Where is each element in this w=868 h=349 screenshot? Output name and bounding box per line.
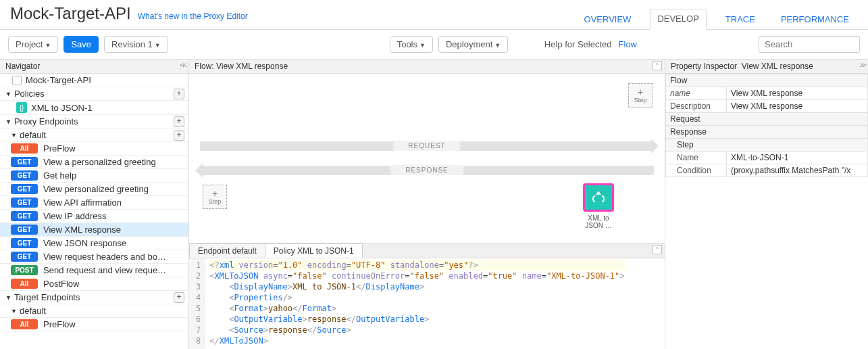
caret-down-icon: ▼	[45, 42, 51, 49]
add-step-response-button[interactable]: + Step	[203, 185, 227, 209]
code-body[interactable]: <?xml version="1.0" encoding="UTF-8" sta…	[205, 258, 628, 349]
project-label: Project	[16, 39, 43, 49]
policy-tile-caption: XML to JSON …	[580, 214, 617, 229]
inspector-title: Property Inspector View XML response >>	[665, 60, 868, 74]
add-step-request-button[interactable]: + Step	[628, 83, 653, 108]
chevron-down-icon: ▼	[5, 118, 11, 125]
flow-title-bar: Flow: View XML response ⌃	[189, 60, 665, 74]
method-badge: GET	[11, 184, 38, 194]
help-label: Help for Selected	[544, 39, 612, 49]
chevron-down-icon: ▼	[5, 294, 11, 301]
nav-flow-label: Get help	[43, 170, 76, 181]
response-policy-step[interactable]: XML to JSON …	[580, 183, 617, 229]
nav-target-ep-label: Target Endpoints	[14, 292, 80, 302]
method-badge: GET	[11, 211, 38, 221]
nav-proxy-ep-section[interactable]: ▼ Proxy Endpoints +	[0, 115, 188, 129]
method-badge: All	[11, 279, 38, 289]
code-tab-endpoint[interactable]: Endpoint default	[189, 243, 265, 258]
nav-flow-label: View XML response	[43, 225, 121, 235]
nav-flow-label: View API affirmation	[43, 197, 122, 208]
nav-target-default[interactable]: ▼ default	[0, 304, 188, 318]
method-badge: All	[11, 319, 38, 329]
nav-target-ep-section[interactable]: ▼ Target Endpoints +	[0, 291, 188, 304]
response-lane: RESPONSE	[200, 166, 654, 175]
deployment-menu[interactable]: Deployment▼	[438, 36, 508, 53]
tools-menu[interactable]: Tools▼	[390, 36, 433, 53]
nav-policy-item[interactable]: {} XML to JSON-1	[0, 101, 188, 115]
code-editor[interactable]: 12345678 <?xml version="1.0" encoding="U…	[189, 258, 665, 349]
insp-flow-header: Flow	[666, 74, 868, 87]
nav-flow-label: View IP address	[43, 211, 106, 221]
nav-flow-item[interactable]: GETView API affirmation	[0, 196, 188, 210]
navigator-collapse-icon[interactable]: <<	[180, 61, 186, 69]
nav-flow-item[interactable]: GETGet help	[0, 169, 188, 183]
flow-expand-icon[interactable]: ⌃	[653, 61, 662, 70]
whats-new-link[interactable]: What's new in the Proxy Editor	[138, 11, 248, 21]
nav-api-root[interactable]: Mock-Target-API	[0, 74, 188, 87]
nav-api-label: Mock-Target-API	[26, 75, 91, 85]
nav-flow-item[interactable]: GETView personalized greeting	[0, 183, 188, 196]
search-input[interactable]	[759, 36, 860, 53]
nav-flow-item[interactable]: GETView a personalized greeting	[0, 156, 188, 169]
method-badge: All	[11, 143, 38, 154]
step-label: Step	[634, 97, 647, 103]
method-badge: GET	[11, 197, 38, 208]
tab-develop[interactable]: DEVELOP	[650, 9, 706, 30]
nav-flow-item[interactable]: GETView JSON response	[0, 237, 188, 250]
nav-policies-section[interactable]: ▼ Policies +	[0, 87, 188, 101]
add-flow-button[interactable]: +	[174, 130, 184, 141]
nav-proxy-ep-label: Proxy Endpoints	[14, 116, 78, 126]
nav-flow-label: View JSON response	[43, 238, 126, 248]
save-button[interactable]: Save	[63, 36, 99, 53]
project-menu[interactable]: Project▼	[8, 36, 58, 53]
revision-menu[interactable]: Revision 1▼	[104, 36, 168, 53]
help-flow-link[interactable]: Flow	[619, 39, 637, 49]
flow-canvas: + Step REQUEST RESPONSE + Step XML to JS…	[189, 74, 665, 243]
code-tab-policy[interactable]: Policy XML to JSON-1	[265, 243, 363, 258]
nav-flow-item[interactable]: GETView IP address	[0, 210, 188, 223]
nav-flow-label: View a personalized greeting	[43, 157, 156, 167]
method-badge: GET	[11, 157, 38, 167]
insp-request-header: Request	[666, 113, 868, 126]
insp-name-val[interactable]: View XML response	[727, 87, 868, 100]
property-inspector-panel: Property Inspector View XML response >> …	[665, 60, 868, 349]
insp-desc-key: Description	[666, 100, 727, 113]
arrow-left-icon	[189, 163, 203, 178]
add-target-ep-button[interactable]: +	[174, 292, 184, 303]
revision-label: Revision 1	[111, 39, 153, 49]
nav-policy-label: XML to JSON-1	[31, 103, 93, 113]
nav-target-preflow[interactable]: All PreFlow	[0, 318, 188, 331]
api-icon	[12, 76, 22, 85]
nav-flow-item[interactable]: AllPreFlow	[0, 142, 188, 156]
inspector-expand-icon[interactable]: >>	[859, 61, 865, 69]
insp-cond-val[interactable]: (proxy.pathsuffix MatchesPath "/x	[727, 164, 868, 177]
xml-json-policy-icon: {}	[16, 102, 27, 113]
method-badge: POST	[11, 265, 38, 275]
nav-flow-label: PreFlow	[43, 319, 76, 329]
arrow-right-icon	[651, 139, 665, 154]
add-policy-button[interactable]: +	[174, 89, 184, 99]
tab-overview[interactable]: OVERVIEW	[578, 10, 638, 30]
nav-flow-label: PreFlow	[43, 143, 76, 154]
tab-performance[interactable]: PERFORMANCE	[774, 10, 856, 30]
insp-desc-val[interactable]: View XML response	[727, 100, 868, 113]
deployment-label: Deployment	[446, 39, 492, 49]
code-expand-icon[interactable]: ⌃	[653, 245, 662, 254]
insp-name-key: name	[666, 87, 727, 100]
xml-json-policy-tile[interactable]	[583, 183, 614, 212]
nav-default-ep[interactable]: ▼ default +	[0, 129, 188, 142]
tab-trace[interactable]: TRACE	[719, 10, 762, 30]
page-title: Mock-Target-API	[10, 4, 131, 23]
nav-flow-item[interactable]: AllPostFlow	[0, 277, 188, 291]
tools-label: Tools	[397, 39, 417, 49]
caret-down-icon: ▼	[494, 42, 501, 49]
nav-default-label: default	[20, 130, 46, 140]
nav-flow-item[interactable]: GETView XML response	[0, 223, 188, 237]
insp-response-header: Response	[666, 126, 868, 139]
code-gutter: 12345678	[189, 258, 205, 349]
nav-flow-item[interactable]: POSTSend request and view reque…	[0, 264, 188, 277]
add-proxy-ep-button[interactable]: +	[174, 116, 184, 127]
nav-flow-item[interactable]: GETView request headers and bo…	[0, 250, 188, 264]
response-lane-label: RESPONSE	[390, 165, 463, 175]
insp-step-name-val[interactable]: XML-to-JSON-1	[727, 152, 868, 164]
